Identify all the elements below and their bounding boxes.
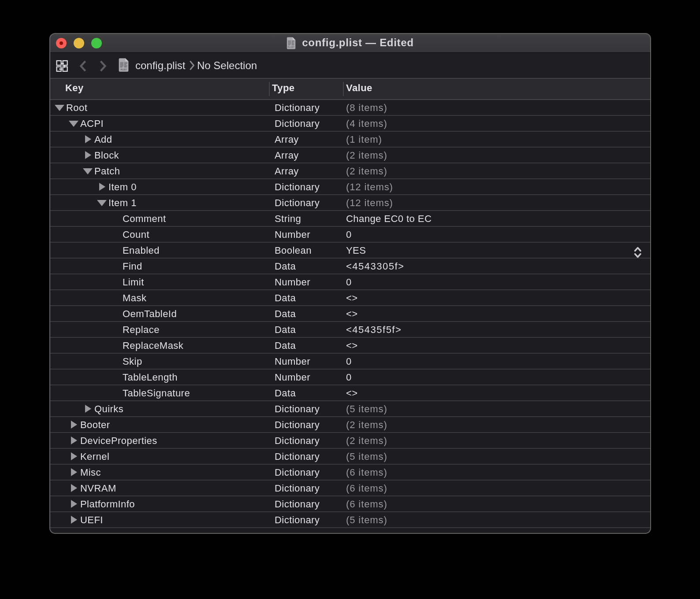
svg-text:PLIST: PLIST <box>288 46 295 48</box>
svg-text:PLIST: PLIST <box>120 68 127 71</box>
